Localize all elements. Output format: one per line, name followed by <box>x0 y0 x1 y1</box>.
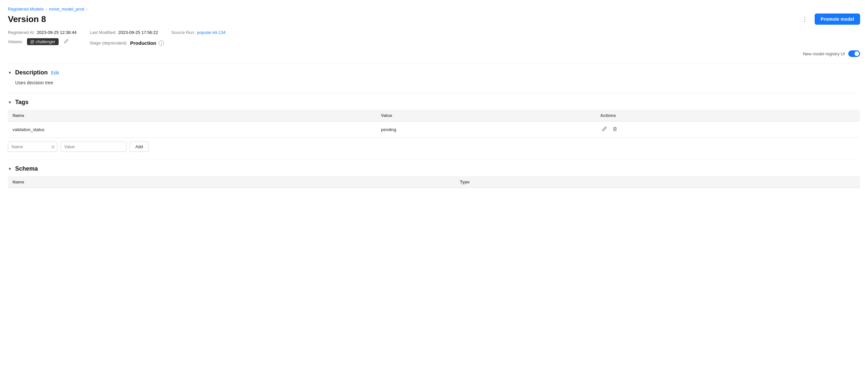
schema-section-title: Schema <box>15 165 38 172</box>
tags-table: Name Value Actions validation_status pen… <box>8 110 860 138</box>
more-button[interactable]: ⋮ <box>799 14 811 24</box>
schema-col-name: Name <box>8 176 456 188</box>
tag-name-input-wrapper: ⊞ <box>8 142 57 152</box>
description-content: Uses decision tree <box>15 80 860 85</box>
description-section: ▼ Description Edit Uses decision tree <box>8 69 860 85</box>
page-header: Version 8 ⋮ Promote model <box>8 13 860 25</box>
description-collapse-icon[interactable]: ▼ <box>8 70 12 75</box>
schema-table: Name Type <box>8 176 860 188</box>
tags-collapse-icon[interactable]: ▼ <box>8 100 12 105</box>
breadcrumb-sep-2: › <box>86 7 88 11</box>
tag-actions-cell <box>596 121 860 138</box>
description-section-title: Description <box>15 69 48 76</box>
schema-collapse-icon[interactable]: ▼ <box>8 167 12 171</box>
tag-name-cell: validation_status <box>8 121 376 138</box>
divider-3 <box>8 160 860 160</box>
last-modified-value: 2023-09-25 17:56:22 <box>118 30 158 35</box>
schema-section: ▼ Schema Name Type <box>8 165 860 188</box>
description-section-header: ▼ Description Edit <box>8 69 860 76</box>
schema-col-type: Type <box>456 176 860 188</box>
add-tag-row: ⊞ Add <box>8 142 860 152</box>
alias-tag-text: @ challenger <box>30 39 56 44</box>
tags-section-title: Tags <box>15 99 29 106</box>
schema-section-header: ▼ Schema <box>8 165 860 172</box>
name-input-icon: ⊞ <box>51 145 55 149</box>
table-row: validation_status pending <box>8 121 860 138</box>
last-modified-item: Last Modified: 2023-09-25 17:56:22 <box>90 30 158 35</box>
breadcrumb-sep-1: › <box>45 7 47 11</box>
aliases-label: Aliases: <box>8 39 23 44</box>
source-run-item: Source Run: popular-kit-134 <box>171 30 225 35</box>
divider-1 <box>8 64 860 64</box>
tags-col-actions: Actions <box>596 110 860 121</box>
tags-col-value: Value <box>376 110 596 121</box>
tag-delete-button[interactable] <box>611 125 619 134</box>
breadcrumb-model-name[interactable]: mnist_model_prod <box>49 7 84 11</box>
tags-col-name: Name <box>8 110 376 121</box>
tag-value-input[interactable] <box>61 142 126 152</box>
source-run-link[interactable]: popular-kit-134 <box>197 30 225 35</box>
divider-2 <box>8 93 860 93</box>
meta-row: Registered At: 2023-09-25 12:38:44 Last … <box>8 30 860 35</box>
stage-label: Stage (deprecated): <box>90 40 127 46</box>
description-edit-link[interactable]: Edit <box>51 70 59 76</box>
tag-name-input[interactable] <box>8 142 57 152</box>
registered-at-value: 2023-09-25 12:38:44 <box>37 30 77 35</box>
aliases-row: Aliases: @ challenger <box>8 38 70 45</box>
header-actions: ⋮ Promote model <box>799 13 860 25</box>
tags-section: ▼ Tags Name Value Actions validation_sta… <box>8 99 860 152</box>
trash-icon <box>613 126 617 131</box>
ui-toggle-switch[interactable] <box>848 50 860 57</box>
stage-value: Production <box>130 40 156 46</box>
pencil-icon <box>64 39 68 43</box>
breadcrumb-registered-models[interactable]: Registered Models <box>8 7 43 11</box>
page-title: Version 8 <box>8 14 46 24</box>
last-modified-label: Last Modified: <box>90 30 116 35</box>
alias-edit-button[interactable] <box>63 38 70 45</box>
ui-toggle-label: New model registry UI <box>803 51 845 56</box>
promote-model-button[interactable]: Promote model <box>815 13 860 25</box>
tags-section-header: ▼ Tags <box>8 99 860 106</box>
schema-table-header-row: Name Type <box>8 176 860 188</box>
tags-table-header-row: Name Value Actions <box>8 110 860 121</box>
tag-edit-button[interactable] <box>600 125 609 134</box>
breadcrumb: Registered Models › mnist_model_prod › <box>8 7 860 11</box>
source-run-label: Source Run: <box>171 30 195 35</box>
alias-tag: @ challenger <box>27 38 59 45</box>
stage-row: Stage (deprecated): Production i <box>90 40 164 46</box>
add-tag-button[interactable]: Add <box>130 142 149 152</box>
ui-toggle-row: New model registry UI <box>8 50 860 57</box>
registered-at-item: Registered At: 2023-09-25 12:38:44 <box>8 30 76 35</box>
registered-at-label: Registered At: <box>8 30 35 35</box>
stage-info-icon[interactable]: i <box>159 40 164 46</box>
edit-icon <box>602 126 607 131</box>
tag-value-cell: pending <box>376 121 596 138</box>
